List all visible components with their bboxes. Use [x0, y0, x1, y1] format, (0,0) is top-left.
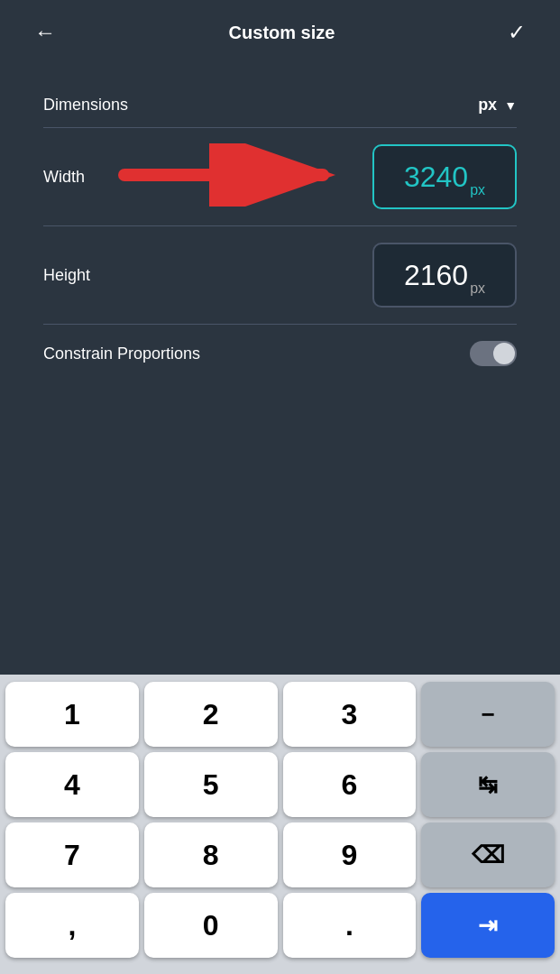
unit-value: px [478, 96, 497, 115]
width-unit: px [470, 182, 485, 198]
height-input[interactable]: 2160 px [372, 243, 517, 308]
chevron-down-icon: ▼ [504, 98, 517, 113]
keyboard-row-2: 4 5 6 ↹ [5, 752, 555, 817]
constrain-toggle[interactable] [470, 341, 517, 366]
key-minus[interactable]: − [421, 682, 555, 747]
arrow-indicator [115, 143, 350, 210]
height-unit: px [470, 280, 485, 297]
width-value: 3240 [404, 161, 468, 194]
key-tab[interactable]: ↹ [421, 752, 555, 817]
key-comma[interactable]: , [5, 893, 139, 958]
keyboard-row-3: 7 8 9 ⌫ [5, 822, 555, 887]
key-9[interactable]: 9 [283, 822, 417, 887]
key-backspace[interactable]: ⌫ [421, 822, 555, 887]
key-enter[interactable]: ⇥ [421, 893, 555, 958]
key-period[interactable]: . [283, 893, 417, 958]
backspace-icon: ⌫ [472, 841, 505, 869]
key-0[interactable]: 0 [144, 893, 278, 958]
header: ← Custom size ✓ [18, 0, 542, 65]
unit-selector[interactable]: px ▼ [478, 96, 517, 115]
enter-icon: ⇥ [478, 912, 498, 940]
minus-icon: − [482, 701, 495, 729]
content-area: Dimensions px ▼ Width [18, 65, 542, 400]
dimensions-label: Dimensions [43, 96, 128, 115]
back-button[interactable]: ← [27, 16, 63, 49]
key-5[interactable]: 5 [144, 752, 278, 817]
constrain-row: Constrain Proportions [43, 325, 517, 382]
height-row: Height 2160 px [43, 226, 517, 324]
keyboard-row-4: , 0 . ⇥ [5, 893, 555, 958]
key-2[interactable]: 2 [144, 682, 278, 747]
toggle-knob [493, 343, 515, 364]
keyboard-row-1: 1 2 3 − [5, 682, 555, 747]
key-8[interactable]: 8 [144, 822, 278, 887]
key-3[interactable]: 3 [283, 682, 417, 747]
page-title: Custom size [229, 23, 335, 43]
dimensions-row: Dimensions px ▼ [43, 83, 517, 127]
height-value: 2160 [404, 259, 468, 292]
constrain-label: Constrain Proportions [43, 345, 200, 363]
key-7[interactable]: 7 [5, 822, 139, 887]
width-label: Width [43, 168, 85, 187]
width-input[interactable]: 3240 px [372, 144, 517, 209]
tab-icon: ↹ [478, 771, 498, 799]
confirm-button[interactable]: ✓ [500, 16, 533, 49]
key-6[interactable]: 6 [283, 752, 417, 817]
width-row: Width 3240 px [43, 128, 517, 225]
keyboard: 1 2 3 − 4 5 6 ↹ 7 8 9 ⌫ , 0 . ⇥ [0, 675, 560, 974]
key-4[interactable]: 4 [5, 752, 139, 817]
height-label: Height [43, 266, 90, 285]
key-1[interactable]: 1 [5, 682, 139, 747]
